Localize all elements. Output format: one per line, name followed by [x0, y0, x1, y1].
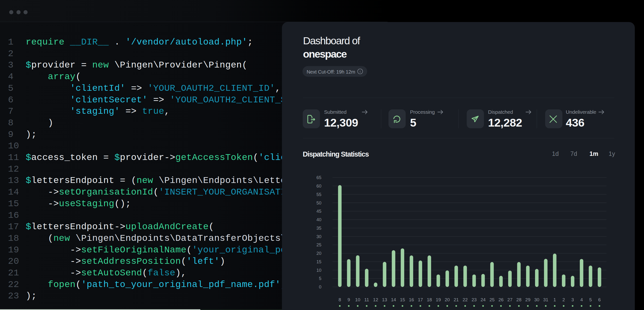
- svg-text:5: 5: [319, 276, 322, 281]
- svg-text:65: 65: [316, 175, 322, 180]
- svg-text:1: 1: [554, 297, 556, 302]
- svg-text:30: 30: [534, 297, 539, 302]
- svg-text:45: 45: [316, 209, 322, 214]
- svg-text:31: 31: [543, 297, 548, 302]
- svg-text:55: 55: [316, 192, 322, 197]
- svg-text:2: 2: [562, 297, 565, 302]
- svg-text:28: 28: [516, 297, 522, 302]
- svg-text:26: 26: [498, 297, 504, 302]
- svg-text:22: 22: [462, 297, 468, 302]
- svg-text:3: 3: [571, 297, 574, 302]
- svg-text:21: 21: [454, 297, 459, 302]
- svg-text:10: 10: [355, 297, 360, 302]
- svg-text:40: 40: [316, 217, 322, 222]
- svg-text:10: 10: [316, 268, 322, 273]
- svg-text:23: 23: [472, 297, 477, 302]
- svg-text:30: 30: [316, 234, 322, 239]
- svg-text:20: 20: [445, 297, 450, 302]
- svg-text:15: 15: [316, 259, 322, 264]
- svg-text:27: 27: [508, 297, 512, 302]
- svg-text:17: 17: [418, 297, 423, 302]
- svg-text:25: 25: [316, 242, 322, 247]
- svg-text:60: 60: [316, 183, 322, 189]
- svg-text:20: 20: [316, 251, 322, 256]
- svg-text:9: 9: [348, 297, 350, 302]
- svg-text:50: 50: [316, 200, 322, 205]
- svg-text:4: 4: [580, 297, 583, 302]
- svg-text:0: 0: [319, 284, 322, 290]
- svg-text:29: 29: [525, 297, 530, 302]
- svg-text:15: 15: [400, 297, 405, 302]
- svg-text:18: 18: [427, 297, 432, 302]
- svg-text:5: 5: [589, 297, 592, 302]
- svg-text:8: 8: [338, 297, 341, 302]
- svg-text:35: 35: [316, 226, 322, 231]
- svg-text:12: 12: [373, 297, 378, 302]
- svg-text:6: 6: [598, 297, 601, 302]
- svg-text:11: 11: [364, 297, 369, 302]
- svg-text:19: 19: [436, 297, 441, 302]
- svg-text:25: 25: [490, 297, 494, 302]
- svg-text:14: 14: [391, 297, 396, 302]
- svg-text:13: 13: [382, 297, 387, 302]
- svg-text:24: 24: [480, 297, 486, 302]
- svg-text:16: 16: [409, 297, 414, 302]
